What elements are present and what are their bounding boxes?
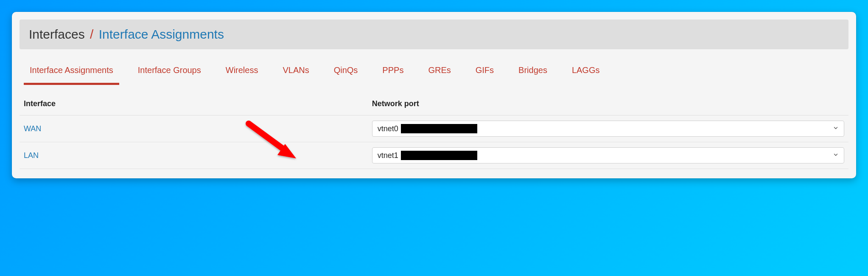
chevron-down-icon [833,124,839,133]
table-row: WAN vtnet0 [20,115,848,142]
interface-link-lan[interactable]: LAN [24,151,39,160]
redacted-text [401,151,477,160]
column-header-interface: Interface [20,93,368,115]
tab-bar: Interface Assignments Interface Groups W… [12,49,856,85]
column-header-network-port: Network port [368,93,848,115]
tab-gres[interactable]: GREs [422,62,456,85]
tab-interface-groups[interactable]: Interface Groups [132,62,207,85]
chevron-down-icon [833,151,839,160]
select-value: vtnet0 [378,124,398,133]
breadcrumb: Interfaces / Interface Assignments [20,20,848,49]
network-port-select-wan[interactable]: vtnet0 [372,121,844,137]
tab-ppps[interactable]: PPPs [376,62,409,85]
breadcrumb-separator: / [90,27,93,41]
breadcrumb-current[interactable]: Interface Assignments [99,27,224,41]
interface-link-wan[interactable]: WAN [24,124,41,133]
tab-vlans[interactable]: VLANs [277,62,315,85]
assignments-table: Interface Network port WAN vtnet0 [20,93,848,169]
tab-bridges[interactable]: Bridges [512,62,553,85]
tab-gifs[interactable]: GIFs [470,62,500,85]
breadcrumb-root[interactable]: Interfaces [29,27,85,41]
select-value: vtnet1 [378,151,398,160]
redacted-text [401,124,477,133]
assignments-table-wrap: Interface Network port WAN vtnet0 [12,85,856,178]
table-row: LAN vtnet1 [20,142,848,169]
tab-interface-assignments[interactable]: Interface Assignments [24,62,119,85]
tab-qinqs[interactable]: QinQs [328,62,364,85]
tab-laggs[interactable]: LAGGs [566,62,606,85]
tab-wireless[interactable]: Wireless [220,62,264,85]
main-panel: Interfaces / Interface Assignments Inter… [12,12,856,178]
network-port-select-lan[interactable]: vtnet1 [372,147,844,163]
